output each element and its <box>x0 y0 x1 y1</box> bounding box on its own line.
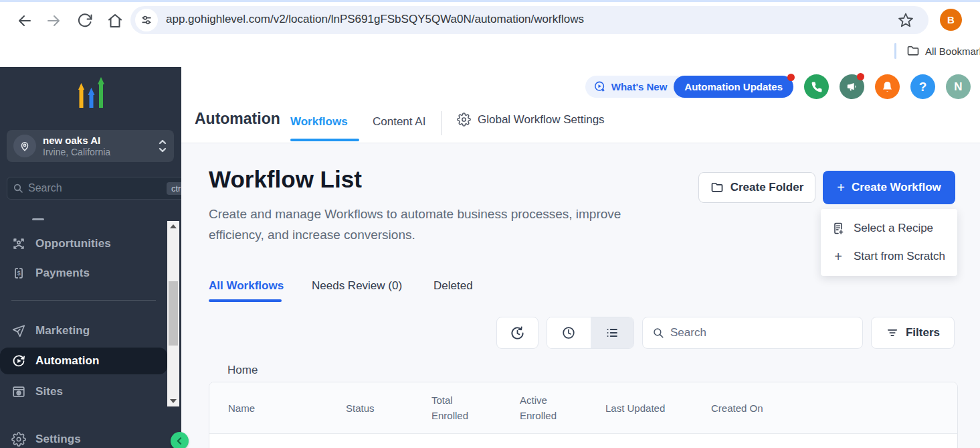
search-icon <box>652 327 664 339</box>
gear-icon <box>11 432 26 447</box>
location-city: Irvine, California <box>43 147 158 158</box>
workflow-table: Name Status Total Enrolled Active Enroll… <box>209 382 958 448</box>
gohighlevel-logo-icon <box>71 75 111 119</box>
filters-button[interactable]: Filters <box>871 317 955 349</box>
phone-button[interactable] <box>804 74 829 99</box>
window-top-edge <box>0 0 980 2</box>
user-avatar[interactable]: N <box>946 74 971 99</box>
column-header-total-enrolled: Total Enrolled <box>431 392 485 423</box>
svg-text:$: $ <box>17 270 20 277</box>
workflow-search-input[interactable] <box>670 326 853 340</box>
chevron-left-icon <box>175 437 184 445</box>
browser-profile-avatar[interactable]: B <box>940 9 962 31</box>
execution-history-button[interactable] <box>496 317 538 349</box>
megaphone-icon <box>846 80 858 93</box>
sidebar-item-sites[interactable]: Sites <box>0 382 167 402</box>
scroll-down-arrow[interactable] <box>167 396 179 406</box>
sidebar-item-automation[interactable]: Automation <box>0 348 167 374</box>
folder-icon <box>906 44 920 58</box>
announcements-button[interactable] <box>840 74 864 99</box>
page-description: Create and manage Workflows to automate … <box>209 204 677 245</box>
bell-icon <box>881 80 894 93</box>
plus-icon: + <box>837 180 845 196</box>
sidebar-item-payments[interactable]: $ Payments <box>0 263 167 283</box>
column-header-created-on: Created On <box>711 400 763 416</box>
notifications-button[interactable] <box>875 74 900 99</box>
active-tab-underline <box>290 139 359 141</box>
clock-icon <box>561 325 576 340</box>
sidebar-item-settings[interactable]: Settings <box>0 429 167 448</box>
sidebar: new oaks AI Irvine, California ctrl K Op… <box>0 67 181 448</box>
tab-workflows[interactable]: Workflows <box>290 115 348 129</box>
partially-scrolled-item <box>32 218 44 220</box>
search-icon <box>13 183 23 194</box>
tab-all-workflows[interactable]: All Workflows <box>209 279 284 293</box>
create-workflow-dropdown: Select a Recipe + Start from Scratch <box>821 209 957 276</box>
menu-item-start-from-scratch[interactable]: + Start from Scratch <box>821 242 957 271</box>
help-button[interactable]: ? <box>910 74 935 99</box>
sidebar-item-marketing[interactable]: Marketing <box>0 321 167 341</box>
automation-icon <box>11 354 26 368</box>
table-header-row: Name Status Total Enrolled Active Enroll… <box>209 382 957 434</box>
chevron-up-down-icon <box>158 139 167 153</box>
create-workflow-button[interactable]: + Create Workflow <box>823 171 955 204</box>
section-title: Automation <box>195 110 280 128</box>
browser-home-button[interactable] <box>107 13 123 29</box>
list-view-toggle[interactable] <box>591 317 634 348</box>
whats-new-play-icon <box>593 80 606 93</box>
menu-item-select-recipe[interactable]: Select a Recipe <box>821 214 957 242</box>
filter-icon <box>886 326 899 340</box>
workflow-search[interactable] <box>642 317 863 349</box>
gear-icon <box>457 113 471 127</box>
history-icon <box>510 325 525 341</box>
scrollbar-thumb[interactable] <box>169 281 178 346</box>
bookmark-star-icon[interactable] <box>898 12 914 28</box>
browser-reload-button[interactable] <box>77 13 93 29</box>
tab-needs-review[interactable]: Needs Review (0) <box>312 279 402 293</box>
automation-updates-badge[interactable]: Automation Updates <box>674 76 793 98</box>
folder-icon <box>710 181 724 194</box>
site-settings-icon[interactable] <box>135 9 158 31</box>
active-tab-underline <box>209 299 282 302</box>
location-pin-icon <box>13 135 36 157</box>
global-workflow-settings-button[interactable]: Global Workflow Settings <box>457 113 605 127</box>
phone-icon <box>811 81 823 93</box>
sidebar-item-opportunities[interactable]: Opportunities <box>0 234 167 254</box>
header-divider <box>441 111 442 135</box>
address-bar[interactable]: app.gohighlevel.com/v2/location/lnPS691g… <box>130 6 928 34</box>
browser-forward-button[interactable] <box>45 13 62 29</box>
all-bookmarks-button[interactable]: All Bookmarks <box>925 46 980 57</box>
page-title: Workflow List <box>209 166 362 193</box>
column-header-last-updated: Last Updated <box>605 400 665 416</box>
list-icon <box>605 325 619 340</box>
create-folder-button[interactable]: Create Folder <box>698 172 815 203</box>
sidebar-divider <box>11 300 156 301</box>
bookmarks-divider <box>894 43 896 59</box>
sidebar-collapse-button[interactable] <box>171 432 189 448</box>
column-header-active-enrolled: Active Enrolled <box>520 392 573 423</box>
sidebar-search[interactable]: ctrl K <box>7 177 202 200</box>
scroll-up-arrow[interactable] <box>167 221 179 232</box>
opportunities-icon <box>11 236 26 251</box>
tab-content-ai[interactable]: Content AI <box>373 115 425 129</box>
tab-deleted[interactable]: Deleted <box>433 279 473 293</box>
sidebar-search-input[interactable] <box>28 182 167 194</box>
marketing-send-icon <box>11 323 26 338</box>
column-header-status: Status <box>346 400 375 416</box>
view-toggle-group <box>547 317 634 349</box>
time-view-toggle[interactable] <box>547 317 591 348</box>
breadcrumb[interactable]: Home <box>227 364 258 377</box>
notification-dot <box>857 73 864 80</box>
payments-icon: $ <box>11 266 26 281</box>
column-header-name: Name <box>228 400 255 416</box>
url-text[interactable]: app.gohighlevel.com/v2/location/lnPS691g… <box>166 13 584 26</box>
sites-icon <box>11 384 26 399</box>
sidebar-scrollbar[interactable] <box>167 221 179 406</box>
location-switcher[interactable]: new oaks AI Irvine, California <box>7 130 174 162</box>
browser-chrome: app.gohighlevel.com/v2/location/lnPS691g… <box>0 0 980 67</box>
whats-new-button[interactable]: What's New Automation Updates <box>585 76 793 98</box>
main-content: What's New Automation Updates ? N Automa… <box>181 67 980 448</box>
location-name: new oaks AI <box>43 135 158 147</box>
browser-back-button[interactable] <box>17 13 33 29</box>
recipe-document-icon <box>831 222 845 235</box>
